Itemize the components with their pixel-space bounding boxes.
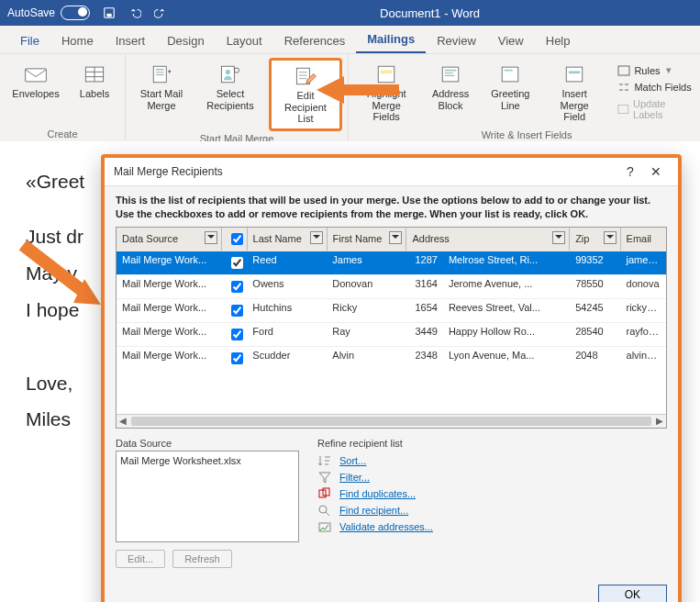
autosave-label: AutoSave: [7, 6, 55, 19]
svg-rect-29: [618, 106, 628, 114]
group-start-mail-merge: Start Mail Merge Select Recipients Edit …: [126, 54, 349, 142]
undo-icon[interactable]: [128, 6, 141, 19]
table-row[interactable]: Mail Merge Work...ReedJames1287Melrose S…: [117, 251, 666, 274]
dialog-instructions: This is the list of recipients that will…: [116, 194, 667, 221]
svg-rect-18: [378, 66, 394, 83]
group-create-label: Create: [47, 127, 77, 142]
svg-rect-28: [618, 66, 629, 75]
col-checkbox[interactable]: [222, 228, 248, 251]
row-checkbox[interactable]: [231, 257, 243, 269]
tab-view[interactable]: View: [487, 28, 535, 53]
tab-file[interactable]: File: [9, 28, 50, 53]
svg-rect-22: [445, 72, 453, 73]
highlight-merge-fields-button[interactable]: Highlight Merge Fields: [354, 58, 418, 128]
svg-rect-2: [26, 69, 47, 82]
help-button[interactable]: ?: [617, 164, 643, 179]
col-zip[interactable]: Zip: [570, 228, 620, 251]
data-source-file[interactable]: Mail Merge Worksheet.xlsx: [120, 455, 294, 466]
recipients-table: Data Source Last Name First Name Address…: [116, 227, 667, 429]
row-checkbox[interactable]: [231, 305, 243, 317]
svg-rect-21: [445, 70, 456, 72]
tab-references[interactable]: References: [273, 28, 356, 53]
table-header: Data Source Last Name First Name Address…: [117, 228, 666, 251]
table-row[interactable]: Mail Merge Work...HutchinsRicky1654Reeve…: [117, 298, 666, 322]
ok-button[interactable]: OK: [598, 585, 667, 602]
svg-point-13: [234, 68, 239, 72]
data-source-listbox[interactable]: Mail Merge Worksheet.xlsx: [116, 451, 299, 542]
rules-button[interactable]: Rules▾: [614, 63, 695, 77]
svg-rect-26: [566, 67, 583, 82]
dropdown-icon: [205, 231, 217, 244]
tab-mailings[interactable]: Mailings: [356, 27, 426, 53]
svg-rect-19: [381, 71, 392, 74]
data-source-label: Data Source: [116, 438, 299, 449]
svg-rect-24: [503, 67, 519, 82]
select-all-checkbox[interactable]: [231, 233, 243, 245]
scroll-right-icon[interactable]: ▶: [653, 415, 666, 428]
ribbon-tabs: File Home Insert Design Layout Reference…: [0, 26, 700, 54]
doc-line: I hope: [26, 292, 79, 329]
refresh-button[interactable]: Refresh: [172, 550, 232, 568]
tab-review[interactable]: Review: [426, 28, 487, 53]
row-checkbox[interactable]: [231, 281, 243, 293]
row-checkbox[interactable]: [231, 352, 243, 364]
group-write-insert: Highlight Merge Fields Address Block Gre…: [349, 54, 700, 142]
window-title: Document1 - Word: [167, 6, 693, 20]
envelopes-button[interactable]: Envelopes: [6, 58, 66, 127]
validate-addresses-link[interactable]: Validate addresses...: [317, 518, 667, 535]
svg-rect-1: [106, 14, 111, 17]
start-mail-merge-button[interactable]: Start Mail Merge: [131, 58, 192, 131]
table-row[interactable]: Mail Merge Work...OwensDonovan3164Jerome…: [117, 274, 666, 298]
mail-merge-recipients-dialog: Mail Merge Recipients ? ✕ This is the li…: [101, 154, 682, 602]
tab-insert[interactable]: Insert: [105, 28, 157, 53]
tab-home[interactable]: Home: [50, 28, 105, 53]
filter-link[interactable]: Filter...: [317, 469, 667, 485]
match-fields-button[interactable]: Match Fields: [614, 81, 695, 94]
select-recipients-button[interactable]: Select Recipients: [195, 58, 265, 131]
autosave-control[interactable]: AutoSave: [7, 6, 90, 20]
sort-link[interactable]: Sort...: [317, 452, 667, 469]
address-block-button[interactable]: Address Block: [422, 58, 478, 128]
svg-point-35: [319, 506, 327, 513]
dropdown-icon: [604, 231, 617, 244]
dialog-title: Mail Merge Recipients: [114, 165, 223, 178]
dropdown-icon: [389, 231, 402, 244]
horizontal-scrollbar[interactable]: ◀ ▶: [117, 414, 666, 428]
scroll-thumb[interactable]: [131, 417, 651, 426]
col-first-name[interactable]: First Name: [328, 228, 407, 251]
col-data-source[interactable]: Data Source: [117, 228, 222, 251]
svg-rect-27: [569, 72, 580, 74]
greeting-line-button[interactable]: Greeting Line: [483, 58, 539, 128]
edit-source-button[interactable]: Edit...: [116, 550, 165, 568]
group-create: Envelopes Labels Create: [0, 54, 126, 142]
find-duplicates-link[interactable]: Find duplicates...: [317, 485, 667, 502]
row-checkbox[interactable]: [231, 329, 243, 340]
labels-button[interactable]: Labels: [70, 58, 119, 127]
find-recipient-link[interactable]: Find recipient...: [317, 502, 667, 518]
save-icon[interactable]: [103, 6, 116, 19]
edit-recipient-list-button[interactable]: Edit Recipient List: [269, 58, 342, 131]
svg-point-12: [226, 70, 230, 74]
refine-panel: Refine recipient list Sort... Filter... …: [317, 438, 667, 568]
tab-layout[interactable]: Layout: [216, 28, 273, 53]
col-email[interactable]: Email: [621, 228, 666, 251]
autosave-toggle-icon[interactable]: [61, 6, 90, 20]
tab-help[interactable]: Help: [535, 28, 582, 53]
tab-design[interactable]: Design: [156, 28, 215, 53]
dropdown-icon: [552, 231, 565, 244]
svg-rect-25: [505, 70, 513, 72]
dropdown-icon: [310, 231, 323, 244]
svg-rect-10: [156, 74, 164, 75]
col-last-name[interactable]: Last Name: [248, 228, 328, 251]
update-labels-button[interactable]: Update Labels: [614, 97, 695, 121]
svg-rect-23: [445, 75, 455, 76]
col-address[interactable]: Address: [406, 228, 570, 251]
svg-rect-20: [442, 67, 459, 82]
refine-label: Refine recipient list: [317, 438, 667, 449]
insert-merge-field-button[interactable]: Insert Merge Field: [542, 58, 606, 128]
scroll-left-icon[interactable]: ◀: [117, 415, 129, 428]
close-button[interactable]: ✕: [643, 164, 669, 179]
redo-icon[interactable]: [154, 6, 167, 19]
table-row[interactable]: Mail Merge Work...ScudderAlvin2348Lyon A…: [117, 346, 666, 370]
table-row[interactable]: Mail Merge Work...FordRay3449Happy Hollo…: [117, 322, 666, 346]
